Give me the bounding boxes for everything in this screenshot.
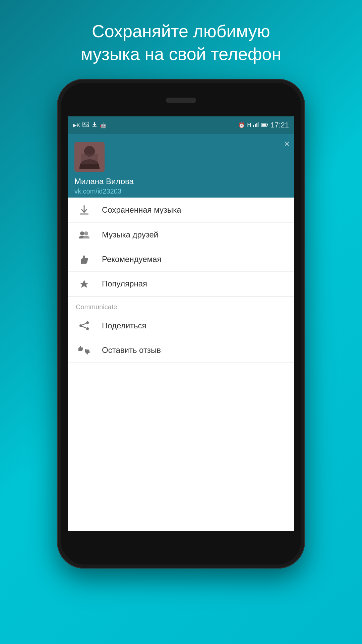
communicate-section-title: Communicate bbox=[68, 297, 294, 314]
share-label: Поделиться bbox=[102, 321, 146, 330]
svg-rect-8 bbox=[261, 123, 266, 126]
phone-speaker bbox=[166, 98, 196, 103]
saved-music-label: Сохраненная музыка bbox=[102, 205, 181, 215]
menu-item-recommended[interactable]: Рекомендуемая bbox=[68, 247, 294, 272]
menu-item-review[interactable]: Оставить отзыв bbox=[68, 338, 294, 363]
android-icon: 🤖 bbox=[100, 122, 107, 128]
image-icon bbox=[82, 122, 89, 129]
download-icon bbox=[76, 205, 93, 215]
phone-screen: ▶K bbox=[68, 116, 294, 531]
avatar-image bbox=[74, 142, 105, 172]
menu-item-popular[interactable]: Популярная bbox=[68, 272, 294, 296]
user-link: vk.com/id23203 bbox=[74, 187, 288, 195]
status-icons-right: ⏰ H bbox=[238, 121, 289, 129]
review-label: Оставить отзыв bbox=[102, 345, 161, 355]
kmp-icon: ▶K bbox=[73, 122, 80, 128]
menu-item-saved-music[interactable]: Сохраненная музыка bbox=[68, 198, 294, 223]
svg-rect-9 bbox=[267, 124, 268, 125]
status-time: 17:21 bbox=[270, 121, 289, 129]
app-tagline: Сохраняйте любимую музыка на свой телефо… bbox=[61, 20, 301, 65]
svg-point-17 bbox=[79, 324, 82, 327]
friends-icon bbox=[76, 230, 93, 239]
star-icon bbox=[76, 279, 93, 288]
drawer-header: × bbox=[68, 134, 294, 198]
navigation-drawer: × bbox=[68, 134, 294, 531]
avatar bbox=[74, 142, 105, 172]
svg-line-19 bbox=[82, 323, 86, 325]
status-icons-left: ▶K bbox=[73, 121, 107, 129]
svg-rect-5 bbox=[256, 123, 257, 127]
phone-frame: ▶K bbox=[57, 79, 305, 569]
svg-rect-12 bbox=[81, 154, 98, 164]
thumbupdown-icon bbox=[76, 346, 93, 355]
user-name: Милана Вилова bbox=[74, 177, 288, 186]
friends-music-label: Музыка друзей bbox=[102, 230, 158, 239]
battery-icon bbox=[261, 122, 268, 129]
phone-inner: ▶K bbox=[61, 83, 301, 565]
svg-point-15 bbox=[84, 231, 88, 235]
share-icon bbox=[76, 321, 93, 330]
svg-point-14 bbox=[80, 231, 84, 235]
thumbup-icon bbox=[76, 255, 93, 264]
svg-rect-4 bbox=[255, 124, 256, 127]
network-h-icon: H bbox=[247, 122, 251, 128]
download-status-icon bbox=[92, 121, 97, 129]
recommended-label: Рекомендуемая bbox=[102, 255, 161, 264]
menu-list: Сохраненная музыка bbox=[68, 198, 294, 363]
svg-line-20 bbox=[82, 326, 86, 328]
close-button[interactable]: × bbox=[284, 139, 290, 149]
phone-mockup: ▶K bbox=[57, 79, 305, 569]
menu-item-share[interactable]: Поделиться bbox=[68, 314, 294, 338]
svg-point-18 bbox=[86, 327, 89, 330]
svg-point-16 bbox=[86, 321, 89, 324]
signal-icon bbox=[253, 122, 259, 129]
svg-rect-6 bbox=[258, 122, 259, 127]
status-bar: ▶K bbox=[68, 116, 294, 134]
svg-rect-3 bbox=[253, 125, 254, 127]
menu-item-friends-music[interactable]: Музыка друзей bbox=[68, 223, 294, 247]
popular-label: Популярная bbox=[102, 279, 147, 288]
alarm-icon: ⏰ bbox=[238, 122, 245, 128]
